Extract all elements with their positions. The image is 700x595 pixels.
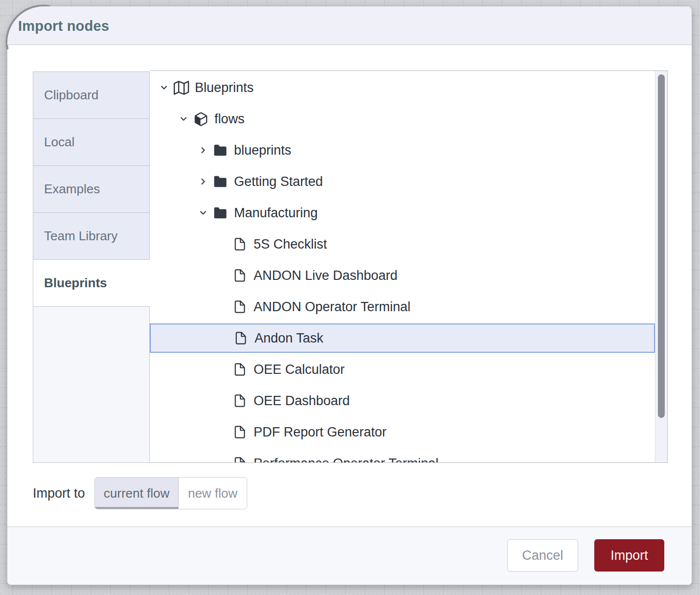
tree-scrollbar-thumb[interactable] [658, 74, 665, 418]
library-tree: BlueprintsflowsblueprintsGetting Started… [150, 72, 655, 463]
tree-item-label: flows [214, 112, 245, 127]
folder-icon [211, 143, 229, 158]
sidebar-tab-blueprints[interactable]: Blueprints [33, 259, 150, 306]
file-icon [231, 363, 249, 376]
tree-item-label: ANDON Operator Terminal [254, 299, 411, 315]
tree-item-label: Performance Operator Terminal [254, 456, 439, 463]
map-icon [172, 80, 190, 96]
import-button[interactable]: Import [594, 539, 664, 572]
box-icon [192, 112, 210, 127]
tree-item-label: OEE Dashboard [254, 393, 350, 409]
tree-item-label: 5S Checklist [254, 237, 327, 252]
import-to-label: Import to [33, 477, 85, 509]
tree-row[interactable]: 5S Checklist [150, 229, 655, 260]
tree-row[interactable]: Blueprints [150, 72, 655, 103]
tree-row[interactable]: ANDON Live Dashboard [150, 260, 655, 291]
sidebar-tab-clipboard[interactable]: Clipboard [33, 71, 150, 118]
tree-row[interactable]: Getting Started [150, 166, 655, 197]
tree-item-label: Blueprints [195, 80, 254, 95]
sidebar-tab-label: Blueprints [44, 275, 107, 291]
tree-row[interactable]: ANDON Operator Terminal [150, 291, 655, 322]
sidebar-tab-team-library[interactable]: Team Library [33, 212, 150, 259]
library-tabs-sidebar: ClipboardLocalExamplesTeam LibraryBluepr… [33, 71, 150, 463]
sidebar-tab-label: Local [44, 135, 74, 150]
tree-row[interactable]: Manufacturing [150, 197, 655, 229]
sidebar-tab-examples[interactable]: Examples [33, 165, 150, 212]
tree-item-label: Andon Task [255, 331, 324, 346]
file-icon [231, 425, 249, 439]
chevron-right-icon[interactable] [195, 177, 211, 186]
chevron-down-icon[interactable] [156, 83, 172, 92]
sidebar-tab-label: Team Library [44, 229, 117, 244]
folder-icon [211, 206, 229, 220]
tree-item-label: Manufacturing [234, 206, 318, 221]
tree-row[interactable]: OEE Calculator [150, 354, 655, 385]
tree-item-label: Getting Started [234, 174, 323, 189]
tree-row[interactable]: OEE Dashboard [150, 385, 655, 416]
chevron-down-icon[interactable] [175, 114, 192, 124]
tree-item-label: ANDON Live Dashboard [254, 268, 397, 283]
tree-row[interactable]: blueprints [150, 135, 655, 166]
file-icon [231, 394, 249, 408]
sidebar-tab-label: Clipboard [44, 88, 98, 103]
tree-row[interactable]: flows [150, 103, 655, 135]
chevron-down-icon[interactable] [195, 208, 211, 218]
file-icon [231, 269, 249, 282]
import-to-option-current-flow[interactable]: current flow [95, 478, 178, 509]
sidebar-tab-local[interactable]: Local [33, 118, 150, 165]
dialog-title: Import nodes [18, 6, 109, 45]
folder-icon [211, 174, 229, 189]
tree-scrollbar[interactable] [655, 71, 667, 462]
sidebar-filler [33, 306, 150, 463]
file-icon [231, 237, 249, 251]
dialog-header: Import nodes [7, 6, 692, 45]
cancel-button[interactable]: Cancel [507, 539, 578, 572]
chevron-right-icon[interactable] [195, 145, 211, 155]
dialog-footer: Cancel Import [7, 526, 692, 585]
file-icon [231, 300, 249, 314]
tree-row[interactable]: PDF Report Generator [150, 416, 655, 448]
tree-row[interactable]: Performance Operator Terminal [150, 448, 655, 463]
import-nodes-dialog: Import nodes ClipboardLocalExamplesTeam … [7, 6, 692, 585]
library-tree-panel: BlueprintsflowsblueprintsGetting Started… [150, 70, 668, 463]
file-icon [232, 331, 250, 345]
import-destination-toggle: current flownew flow [94, 477, 247, 509]
tree-item-label: blueprints [234, 143, 291, 158]
sidebar-tab-label: Examples [44, 182, 100, 197]
tree-item-label: OEE Calculator [254, 362, 345, 377]
file-icon [231, 457, 249, 463]
tree-item-label: PDF Report Generator [254, 425, 387, 440]
tree-row[interactable]: Andon Task [150, 323, 655, 353]
import-to-option-new-flow[interactable]: new flow [178, 478, 247, 509]
